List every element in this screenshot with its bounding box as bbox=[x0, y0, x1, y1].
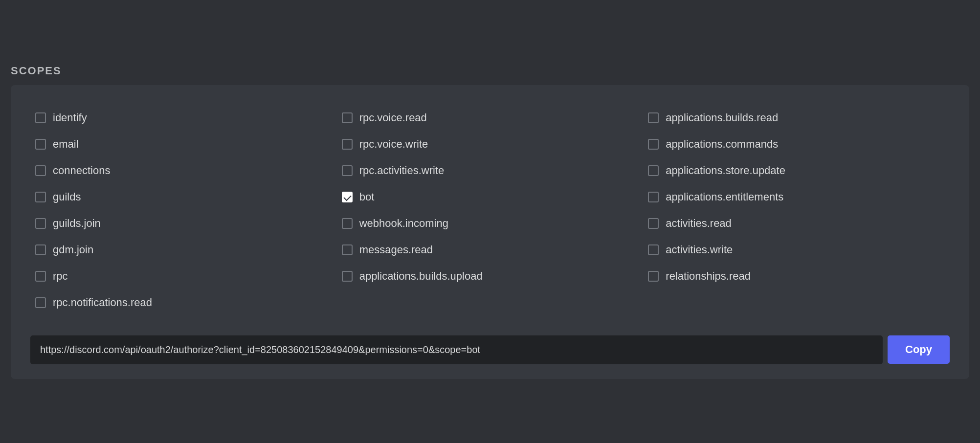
scopes-title: SCOPES bbox=[11, 65, 969, 77]
checkbox-item-connections: connections bbox=[30, 157, 337, 184]
checkbox-applications-entitlements[interactable] bbox=[648, 192, 659, 202]
checkbox-item-applications-builds-upload: applications.builds.upload bbox=[337, 263, 644, 289]
checkbox-identify[interactable] bbox=[35, 112, 46, 123]
checkbox-label-relationships-read[interactable]: relationships.read bbox=[666, 270, 751, 283]
checkbox-rpc-voice-write[interactable] bbox=[342, 139, 353, 150]
checkbox-item-applications-commands: applications.commands bbox=[643, 131, 950, 157]
checkbox-item-gdm-join: gdm.join bbox=[30, 237, 337, 263]
checkbox-label-guilds[interactable]: guilds bbox=[53, 191, 81, 203]
checkbox-rpc-activities-write[interactable] bbox=[342, 165, 353, 176]
checkbox-item-rpc-voice-read: rpc.voice.read bbox=[337, 105, 644, 131]
checkbox-label-bot[interactable]: bot bbox=[359, 191, 375, 203]
checkbox-label-messages-read[interactable]: messages.read bbox=[359, 244, 433, 256]
scopes-container: SCOPES identifyrpc.voice.readapplication… bbox=[11, 55, 969, 389]
checkbox-applications-store-update[interactable] bbox=[648, 165, 659, 176]
checkbox-item-applications-store-update: applications.store.update bbox=[643, 157, 950, 184]
checkbox-label-activities-write[interactable]: activities.write bbox=[666, 244, 733, 256]
checkbox-bot[interactable] bbox=[342, 192, 353, 202]
checkbox-label-rpc[interactable]: rpc bbox=[53, 270, 68, 283]
checkbox-item-email: email bbox=[30, 131, 337, 157]
checkbox-applications-commands[interactable] bbox=[648, 139, 659, 150]
checkbox-messages-read[interactable] bbox=[342, 244, 353, 255]
scopes-box: identifyrpc.voice.readapplications.build… bbox=[11, 85, 969, 379]
checkbox-activities-write[interactable] bbox=[648, 244, 659, 255]
checkbox-item-identify: identify bbox=[30, 105, 337, 131]
checkbox-applications-builds-read[interactable] bbox=[648, 112, 659, 123]
checkbox-label-rpc-voice-write[interactable]: rpc.voice.write bbox=[359, 138, 428, 151]
checkbox-webhook-incoming[interactable] bbox=[342, 218, 353, 229]
checkbox-guilds[interactable] bbox=[35, 192, 46, 202]
checkbox-label-gdm-join[interactable]: gdm.join bbox=[53, 244, 93, 256]
checkbox-item-webhook-incoming: webhook.incoming bbox=[337, 210, 644, 237]
checkbox-item-guilds: guilds bbox=[30, 184, 337, 210]
copy-button[interactable]: Copy bbox=[888, 335, 950, 364]
checkbox-item-rpc-voice-write: rpc.voice.write bbox=[337, 131, 644, 157]
checkbox-rpc[interactable] bbox=[35, 271, 46, 282]
url-input[interactable] bbox=[30, 335, 883, 364]
checkbox-label-applications-entitlements[interactable]: applications.entitlements bbox=[666, 191, 783, 203]
checkbox-item-activities-write: activities.write bbox=[643, 237, 950, 263]
checkboxes-grid: identifyrpc.voice.readapplications.build… bbox=[30, 105, 950, 316]
url-bar: Copy bbox=[30, 335, 950, 364]
checkbox-rpc-voice-read[interactable] bbox=[342, 112, 353, 123]
checkbox-label-rpc-notifications-read[interactable]: rpc.notifications.read bbox=[53, 296, 152, 309]
checkbox-item-relationships-read: relationships.read bbox=[643, 263, 950, 289]
checkbox-label-activities-read[interactable]: activities.read bbox=[666, 217, 732, 230]
checkbox-item-applications-builds-read: applications.builds.read bbox=[643, 105, 950, 131]
checkbox-connections[interactable] bbox=[35, 165, 46, 176]
checkbox-item-activities-read: activities.read bbox=[643, 210, 950, 237]
checkbox-label-connections[interactable]: connections bbox=[53, 164, 110, 177]
checkbox-item-rpc: rpc bbox=[30, 263, 337, 289]
checkbox-label-applications-commands[interactable]: applications.commands bbox=[666, 138, 778, 151]
checkbox-label-guilds-join[interactable]: guilds.join bbox=[53, 217, 101, 230]
checkbox-item-guilds-join: guilds.join bbox=[30, 210, 337, 237]
checkbox-item-messages-read: messages.read bbox=[337, 237, 644, 263]
checkbox-activities-read[interactable] bbox=[648, 218, 659, 229]
checkbox-rpc-notifications-read[interactable] bbox=[35, 297, 46, 308]
checkbox-item-applications-entitlements: applications.entitlements bbox=[643, 184, 950, 210]
checkbox-item-bot: bot bbox=[337, 184, 644, 210]
checkbox-label-applications-builds-upload[interactable]: applications.builds.upload bbox=[359, 270, 483, 283]
checkbox-label-applications-builds-read[interactable]: applications.builds.read bbox=[666, 111, 778, 124]
checkbox-email[interactable] bbox=[35, 139, 46, 150]
checkbox-label-webhook-incoming[interactable]: webhook.incoming bbox=[359, 217, 448, 230]
checkbox-label-rpc-voice-read[interactable]: rpc.voice.read bbox=[359, 111, 427, 124]
checkbox-item-rpc-notifications-read: rpc.notifications.read bbox=[30, 289, 337, 316]
checkbox-item-rpc-activities-write: rpc.activities.write bbox=[337, 157, 644, 184]
checkbox-applications-builds-upload[interactable] bbox=[342, 271, 353, 282]
checkbox-gdm-join[interactable] bbox=[35, 244, 46, 255]
checkbox-relationships-read[interactable] bbox=[648, 271, 659, 282]
checkbox-guilds-join[interactable] bbox=[35, 218, 46, 229]
checkbox-label-email[interactable]: email bbox=[53, 138, 79, 151]
checkbox-label-identify[interactable]: identify bbox=[53, 111, 87, 124]
checkbox-label-rpc-activities-write[interactable]: rpc.activities.write bbox=[359, 164, 445, 177]
checkbox-label-applications-store-update[interactable]: applications.store.update bbox=[666, 164, 785, 177]
